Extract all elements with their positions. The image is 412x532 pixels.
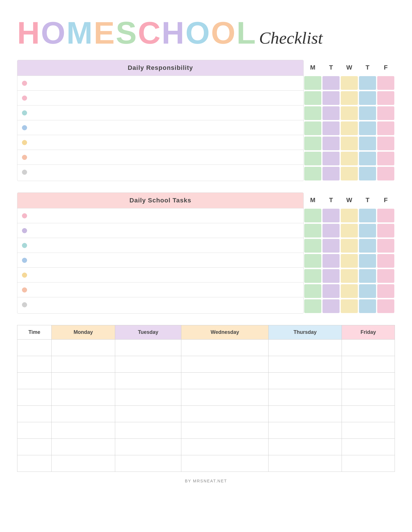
resp-check-6-1[interactable] bbox=[304, 152, 321, 165]
school-check-2-5[interactable] bbox=[377, 224, 394, 237]
schedule-cell-4-mon[interactable] bbox=[52, 389, 115, 406]
school-check-4-5[interactable] bbox=[377, 254, 394, 268]
school-check-6-4[interactable] bbox=[359, 284, 376, 298]
resp-check-3-4[interactable] bbox=[359, 106, 376, 120]
schedule-cell-4-fri[interactable] bbox=[342, 389, 395, 406]
schedule-cell-5-mon[interactable] bbox=[52, 406, 115, 422]
school-check-3-3[interactable] bbox=[341, 239, 358, 253]
schedule-cell-6-tue[interactable] bbox=[115, 422, 181, 439]
school-check-2-3[interactable] bbox=[341, 224, 358, 237]
resp-check-6-4[interactable] bbox=[359, 152, 376, 165]
school-check-1-3[interactable] bbox=[341, 209, 358, 222]
schedule-cell-6-time[interactable] bbox=[17, 422, 52, 439]
schedule-cell-5-tue[interactable] bbox=[115, 406, 181, 422]
schedule-cell-3-fri[interactable] bbox=[342, 373, 395, 389]
school-check-3-5[interactable] bbox=[377, 239, 394, 253]
schedule-cell-5-wed[interactable] bbox=[181, 406, 269, 422]
school-check-7-2[interactable] bbox=[322, 299, 340, 313]
school-check-6-3[interactable] bbox=[341, 284, 358, 298]
resp-check-5-3[interactable] bbox=[341, 137, 358, 150]
resp-check-1-2[interactable] bbox=[322, 76, 340, 90]
resp-check-5-2[interactable] bbox=[322, 137, 340, 150]
schedule-cell-1-thu[interactable] bbox=[268, 340, 342, 356]
resp-check-2-3[interactable] bbox=[341, 91, 358, 105]
school-check-1-4[interactable] bbox=[359, 209, 376, 222]
resp-check-2-1[interactable] bbox=[304, 91, 321, 105]
schedule-cell-6-fri[interactable] bbox=[342, 422, 395, 439]
school-check-3-2[interactable] bbox=[322, 239, 340, 253]
resp-check-3-1[interactable] bbox=[304, 106, 321, 120]
schedule-cell-2-fri[interactable] bbox=[342, 356, 395, 373]
schedule-cell-8-thu[interactable] bbox=[268, 455, 342, 472]
schedule-cell-8-wed[interactable] bbox=[181, 455, 269, 472]
resp-check-4-3[interactable] bbox=[341, 121, 358, 135]
resp-check-1-1[interactable] bbox=[304, 76, 321, 90]
school-check-7-4[interactable] bbox=[359, 299, 376, 313]
schedule-cell-7-mon[interactable] bbox=[52, 439, 115, 455]
schedule-cell-7-fri[interactable] bbox=[342, 439, 395, 455]
school-check-5-2[interactable] bbox=[322, 269, 340, 283]
school-check-1-2[interactable] bbox=[322, 209, 340, 222]
schedule-cell-1-mon[interactable] bbox=[52, 340, 115, 356]
schedule-cell-6-mon[interactable] bbox=[52, 422, 115, 439]
resp-check-1-3[interactable] bbox=[341, 76, 358, 90]
schedule-cell-1-tue[interactable] bbox=[115, 340, 181, 356]
school-check-4-1[interactable] bbox=[304, 254, 321, 268]
schedule-cell-7-wed[interactable] bbox=[181, 439, 269, 455]
resp-check-2-5[interactable] bbox=[377, 91, 394, 105]
schedule-cell-2-mon[interactable] bbox=[52, 356, 115, 373]
schedule-cell-3-wed[interactable] bbox=[181, 373, 269, 389]
school-check-4-2[interactable] bbox=[322, 254, 340, 268]
resp-check-5-5[interactable] bbox=[377, 137, 394, 150]
schedule-cell-3-time[interactable] bbox=[17, 373, 52, 389]
schedule-cell-4-wed[interactable] bbox=[181, 389, 269, 406]
schedule-cell-5-thu[interactable] bbox=[268, 406, 342, 422]
school-check-6-5[interactable] bbox=[377, 284, 394, 298]
schedule-cell-3-tue[interactable] bbox=[115, 373, 181, 389]
school-check-4-3[interactable] bbox=[341, 254, 358, 268]
resp-check-7-2[interactable] bbox=[322, 167, 340, 180]
schedule-cell-3-mon[interactable] bbox=[52, 373, 115, 389]
resp-check-6-3[interactable] bbox=[341, 152, 358, 165]
schedule-cell-8-time[interactable] bbox=[17, 455, 52, 472]
schedule-cell-3-thu[interactable] bbox=[268, 373, 342, 389]
school-check-1-1[interactable] bbox=[304, 209, 321, 222]
schedule-cell-1-fri[interactable] bbox=[342, 340, 395, 356]
schedule-cell-2-wed[interactable] bbox=[181, 356, 269, 373]
resp-check-4-4[interactable] bbox=[359, 121, 376, 135]
resp-check-5-4[interactable] bbox=[359, 137, 376, 150]
schedule-cell-7-time[interactable] bbox=[17, 439, 52, 455]
schedule-cell-8-tue[interactable] bbox=[115, 455, 181, 472]
resp-check-7-3[interactable] bbox=[341, 167, 358, 180]
school-check-3-4[interactable] bbox=[359, 239, 376, 253]
resp-check-7-1[interactable] bbox=[304, 167, 321, 180]
school-check-5-3[interactable] bbox=[341, 269, 358, 283]
resp-check-6-2[interactable] bbox=[322, 152, 340, 165]
schedule-cell-8-fri[interactable] bbox=[342, 455, 395, 472]
schedule-cell-2-thu[interactable] bbox=[268, 356, 342, 373]
school-check-2-1[interactable] bbox=[304, 224, 321, 237]
resp-check-7-4[interactable] bbox=[359, 167, 376, 180]
resp-check-6-5[interactable] bbox=[377, 152, 394, 165]
school-check-5-5[interactable] bbox=[377, 269, 394, 283]
school-check-6-1[interactable] bbox=[304, 284, 321, 298]
resp-check-1-4[interactable] bbox=[359, 76, 376, 90]
resp-check-3-2[interactable] bbox=[322, 106, 340, 120]
schedule-cell-4-time[interactable] bbox=[17, 389, 52, 406]
school-check-1-5[interactable] bbox=[377, 209, 394, 222]
resp-check-4-1[interactable] bbox=[304, 121, 321, 135]
schedule-cell-1-time[interactable] bbox=[17, 340, 52, 356]
schedule-cell-6-wed[interactable] bbox=[181, 422, 269, 439]
schedule-cell-7-thu[interactable] bbox=[268, 439, 342, 455]
resp-check-2-4[interactable] bbox=[359, 91, 376, 105]
school-check-2-4[interactable] bbox=[359, 224, 376, 237]
school-check-7-1[interactable] bbox=[304, 299, 321, 313]
school-check-7-3[interactable] bbox=[341, 299, 358, 313]
schedule-cell-7-tue[interactable] bbox=[115, 439, 181, 455]
schedule-cell-4-tue[interactable] bbox=[115, 389, 181, 406]
schedule-cell-4-thu[interactable] bbox=[268, 389, 342, 406]
resp-check-4-2[interactable] bbox=[322, 121, 340, 135]
schedule-cell-8-mon[interactable] bbox=[52, 455, 115, 472]
school-check-3-1[interactable] bbox=[304, 239, 321, 253]
schedule-cell-5-fri[interactable] bbox=[342, 406, 395, 422]
